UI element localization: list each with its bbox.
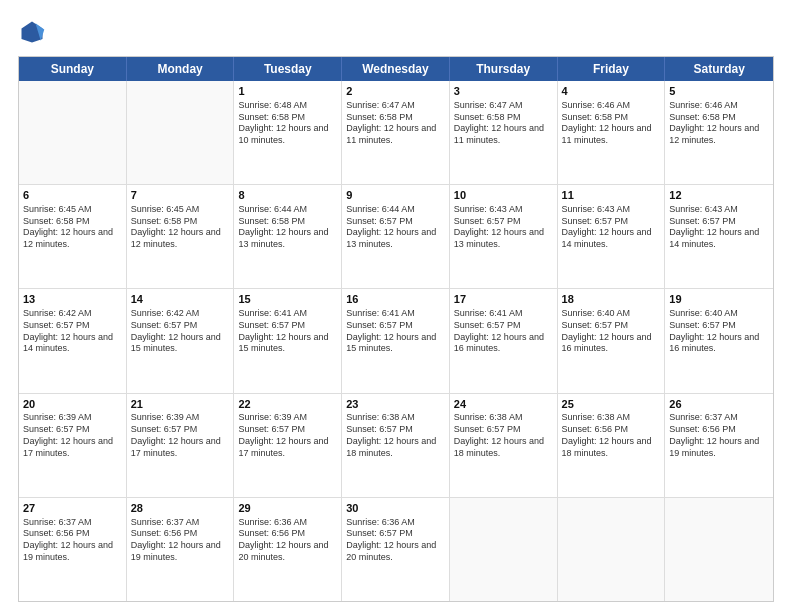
calendar-day-12: 12Sunrise: 6:43 AM Sunset: 6:57 PM Dayli… xyxy=(665,185,773,288)
day-info: Sunrise: 6:45 AM Sunset: 6:58 PM Dayligh… xyxy=(131,204,230,251)
day-number: 13 xyxy=(23,292,122,307)
day-info: Sunrise: 6:46 AM Sunset: 6:58 PM Dayligh… xyxy=(562,100,661,147)
day-info: Sunrise: 6:36 AM Sunset: 6:57 PM Dayligh… xyxy=(346,517,445,564)
day-number: 15 xyxy=(238,292,337,307)
calendar-day-5: 5Sunrise: 6:46 AM Sunset: 6:58 PM Daylig… xyxy=(665,81,773,184)
calendar-row: 27Sunrise: 6:37 AM Sunset: 6:56 PM Dayli… xyxy=(19,497,773,601)
day-number: 30 xyxy=(346,501,445,516)
day-info: Sunrise: 6:38 AM Sunset: 6:57 PM Dayligh… xyxy=(454,412,553,459)
calendar-row: 6Sunrise: 6:45 AM Sunset: 6:58 PM Daylig… xyxy=(19,184,773,288)
calendar-day-9: 9Sunrise: 6:44 AM Sunset: 6:57 PM Daylig… xyxy=(342,185,450,288)
calendar-day-21: 21Sunrise: 6:39 AM Sunset: 6:57 PM Dayli… xyxy=(127,394,235,497)
day-info: Sunrise: 6:37 AM Sunset: 6:56 PM Dayligh… xyxy=(669,412,769,459)
day-number: 1 xyxy=(238,84,337,99)
calendar-day-11: 11Sunrise: 6:43 AM Sunset: 6:57 PM Dayli… xyxy=(558,185,666,288)
calendar-day-22: 22Sunrise: 6:39 AM Sunset: 6:57 PM Dayli… xyxy=(234,394,342,497)
calendar-day-2: 2Sunrise: 6:47 AM Sunset: 6:58 PM Daylig… xyxy=(342,81,450,184)
day-number: 6 xyxy=(23,188,122,203)
calendar-day-15: 15Sunrise: 6:41 AM Sunset: 6:57 PM Dayli… xyxy=(234,289,342,392)
day-info: Sunrise: 6:36 AM Sunset: 6:56 PM Dayligh… xyxy=(238,517,337,564)
calendar-day-27: 27Sunrise: 6:37 AM Sunset: 6:56 PM Dayli… xyxy=(19,498,127,601)
header xyxy=(18,18,774,46)
calendar-day-13: 13Sunrise: 6:42 AM Sunset: 6:57 PM Dayli… xyxy=(19,289,127,392)
day-info: Sunrise: 6:41 AM Sunset: 6:57 PM Dayligh… xyxy=(238,308,337,355)
calendar-header-cell: Thursday xyxy=(450,57,558,81)
calendar-day-14: 14Sunrise: 6:42 AM Sunset: 6:57 PM Dayli… xyxy=(127,289,235,392)
day-number: 11 xyxy=(562,188,661,203)
day-number: 5 xyxy=(669,84,769,99)
calendar-header-cell: Sunday xyxy=(19,57,127,81)
calendar-day-24: 24Sunrise: 6:38 AM Sunset: 6:57 PM Dayli… xyxy=(450,394,558,497)
calendar-empty-cell xyxy=(558,498,666,601)
calendar: SundayMondayTuesdayWednesdayThursdayFrid… xyxy=(18,56,774,602)
day-number: 4 xyxy=(562,84,661,99)
calendar-day-4: 4Sunrise: 6:46 AM Sunset: 6:58 PM Daylig… xyxy=(558,81,666,184)
calendar-day-17: 17Sunrise: 6:41 AM Sunset: 6:57 PM Dayli… xyxy=(450,289,558,392)
day-number: 18 xyxy=(562,292,661,307)
day-number: 21 xyxy=(131,397,230,412)
calendar-day-16: 16Sunrise: 6:41 AM Sunset: 6:57 PM Dayli… xyxy=(342,289,450,392)
day-info: Sunrise: 6:38 AM Sunset: 6:56 PM Dayligh… xyxy=(562,412,661,459)
day-number: 10 xyxy=(454,188,553,203)
calendar-row: 13Sunrise: 6:42 AM Sunset: 6:57 PM Dayli… xyxy=(19,288,773,392)
day-info: Sunrise: 6:47 AM Sunset: 6:58 PM Dayligh… xyxy=(346,100,445,147)
day-info: Sunrise: 6:43 AM Sunset: 6:57 PM Dayligh… xyxy=(669,204,769,251)
day-number: 26 xyxy=(669,397,769,412)
calendar-row: 20Sunrise: 6:39 AM Sunset: 6:57 PM Dayli… xyxy=(19,393,773,497)
logo-icon xyxy=(18,18,46,46)
calendar-header: SundayMondayTuesdayWednesdayThursdayFrid… xyxy=(19,57,773,81)
day-number: 17 xyxy=(454,292,553,307)
calendar-day-7: 7Sunrise: 6:45 AM Sunset: 6:58 PM Daylig… xyxy=(127,185,235,288)
calendar-day-30: 30Sunrise: 6:36 AM Sunset: 6:57 PM Dayli… xyxy=(342,498,450,601)
calendar-day-28: 28Sunrise: 6:37 AM Sunset: 6:56 PM Dayli… xyxy=(127,498,235,601)
day-info: Sunrise: 6:43 AM Sunset: 6:57 PM Dayligh… xyxy=(562,204,661,251)
calendar-day-19: 19Sunrise: 6:40 AM Sunset: 6:57 PM Dayli… xyxy=(665,289,773,392)
calendar-day-3: 3Sunrise: 6:47 AM Sunset: 6:58 PM Daylig… xyxy=(450,81,558,184)
calendar-day-25: 25Sunrise: 6:38 AM Sunset: 6:56 PM Dayli… xyxy=(558,394,666,497)
day-info: Sunrise: 6:38 AM Sunset: 6:57 PM Dayligh… xyxy=(346,412,445,459)
day-info: Sunrise: 6:44 AM Sunset: 6:57 PM Dayligh… xyxy=(346,204,445,251)
calendar-empty-cell xyxy=(19,81,127,184)
calendar-header-cell: Tuesday xyxy=(234,57,342,81)
day-number: 24 xyxy=(454,397,553,412)
day-number: 19 xyxy=(669,292,769,307)
day-info: Sunrise: 6:37 AM Sunset: 6:56 PM Dayligh… xyxy=(131,517,230,564)
day-number: 29 xyxy=(238,501,337,516)
day-info: Sunrise: 6:37 AM Sunset: 6:56 PM Dayligh… xyxy=(23,517,122,564)
calendar-header-cell: Wednesday xyxy=(342,57,450,81)
day-info: Sunrise: 6:41 AM Sunset: 6:57 PM Dayligh… xyxy=(454,308,553,355)
day-number: 7 xyxy=(131,188,230,203)
calendar-header-cell: Friday xyxy=(558,57,666,81)
day-number: 12 xyxy=(669,188,769,203)
calendar-day-8: 8Sunrise: 6:44 AM Sunset: 6:58 PM Daylig… xyxy=(234,185,342,288)
day-info: Sunrise: 6:47 AM Sunset: 6:58 PM Dayligh… xyxy=(454,100,553,147)
day-info: Sunrise: 6:39 AM Sunset: 6:57 PM Dayligh… xyxy=(131,412,230,459)
calendar-day-29: 29Sunrise: 6:36 AM Sunset: 6:56 PM Dayli… xyxy=(234,498,342,601)
day-info: Sunrise: 6:39 AM Sunset: 6:57 PM Dayligh… xyxy=(238,412,337,459)
day-info: Sunrise: 6:44 AM Sunset: 6:58 PM Dayligh… xyxy=(238,204,337,251)
calendar-day-18: 18Sunrise: 6:40 AM Sunset: 6:57 PM Dayli… xyxy=(558,289,666,392)
calendar-day-10: 10Sunrise: 6:43 AM Sunset: 6:57 PM Dayli… xyxy=(450,185,558,288)
calendar-row: 1Sunrise: 6:48 AM Sunset: 6:58 PM Daylig… xyxy=(19,81,773,184)
day-info: Sunrise: 6:43 AM Sunset: 6:57 PM Dayligh… xyxy=(454,204,553,251)
day-number: 25 xyxy=(562,397,661,412)
calendar-empty-cell xyxy=(127,81,235,184)
day-number: 3 xyxy=(454,84,553,99)
calendar-day-20: 20Sunrise: 6:39 AM Sunset: 6:57 PM Dayli… xyxy=(19,394,127,497)
day-number: 27 xyxy=(23,501,122,516)
day-number: 14 xyxy=(131,292,230,307)
day-number: 2 xyxy=(346,84,445,99)
day-info: Sunrise: 6:45 AM Sunset: 6:58 PM Dayligh… xyxy=(23,204,122,251)
calendar-empty-cell xyxy=(665,498,773,601)
day-number: 28 xyxy=(131,501,230,516)
day-info: Sunrise: 6:42 AM Sunset: 6:57 PM Dayligh… xyxy=(23,308,122,355)
day-number: 9 xyxy=(346,188,445,203)
day-number: 8 xyxy=(238,188,337,203)
day-number: 22 xyxy=(238,397,337,412)
calendar-body: 1Sunrise: 6:48 AM Sunset: 6:58 PM Daylig… xyxy=(19,81,773,601)
calendar-header-cell: Saturday xyxy=(665,57,773,81)
day-number: 23 xyxy=(346,397,445,412)
day-info: Sunrise: 6:40 AM Sunset: 6:57 PM Dayligh… xyxy=(562,308,661,355)
calendar-day-26: 26Sunrise: 6:37 AM Sunset: 6:56 PM Dayli… xyxy=(665,394,773,497)
day-number: 16 xyxy=(346,292,445,307)
